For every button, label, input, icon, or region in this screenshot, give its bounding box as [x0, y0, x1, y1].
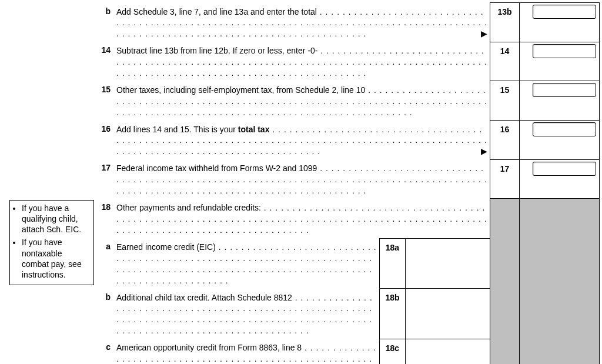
input-17[interactable]	[533, 162, 596, 176]
line-13b-text: Add Schedule 3, line 7, and line 13a and…	[114, 3, 490, 42]
line-16: 16 Add lines 14 and 15. This is your tot…	[2, 121, 600, 160]
line-14: 14 Subtract line 13b from line 12b. If z…	[2, 42, 600, 81]
side-note: If you have a qualifying child, attach S…	[9, 200, 94, 285]
line-18: If you have a qualifying child, attach S…	[2, 199, 600, 238]
cell-num-13b: 13b	[490, 3, 520, 42]
input-18b[interactable]	[405, 289, 490, 339]
input-14[interactable]	[533, 44, 596, 58]
line-15: 15 Other taxes, including self-employmen…	[2, 81, 600, 121]
line-letter: b	[96, 3, 114, 42]
cell-amt-13b	[520, 3, 600, 42]
input-18c[interactable]	[405, 339, 490, 364]
input-15[interactable]	[533, 83, 596, 97]
line-13b: b Add Schedule 3, line 7, and line 13a a…	[2, 3, 600, 42]
input-18a[interactable]	[405, 238, 490, 289]
input-13b[interactable]	[533, 5, 596, 19]
line-17: 17 Federal income tax withheld from Form…	[2, 159, 600, 199]
input-16[interactable]	[533, 122, 596, 136]
